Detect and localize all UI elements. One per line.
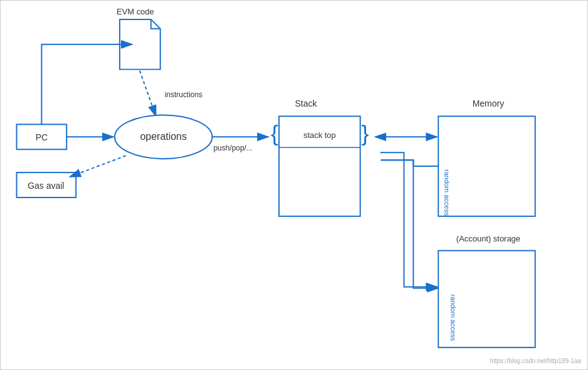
random-access-1-label: random access xyxy=(443,169,451,216)
memory-title: Memory xyxy=(473,98,504,108)
watermark: https://blog.csdn.net/http189-1aa xyxy=(490,357,581,364)
stack-title: Stack xyxy=(295,98,317,108)
memory-rect xyxy=(438,116,535,216)
random-access-2-label: random access xyxy=(449,294,457,341)
instructions-label: instructions xyxy=(165,90,202,99)
stack-top-label: stack top xyxy=(303,130,336,140)
svg-text:}: } xyxy=(362,121,369,146)
pc-label: PC xyxy=(36,132,48,142)
evm-code-label: EVM code xyxy=(117,7,154,16)
gas-avail-label: Gas avail xyxy=(28,181,64,191)
account-storage-title: (Account) storage xyxy=(456,234,520,243)
operations-label: operations xyxy=(140,131,186,142)
svg-text:{: { xyxy=(271,121,278,146)
push-pop-label: push/pop/... xyxy=(213,144,252,152)
diagram: EVM code instructions operations PC Gas … xyxy=(0,0,588,370)
